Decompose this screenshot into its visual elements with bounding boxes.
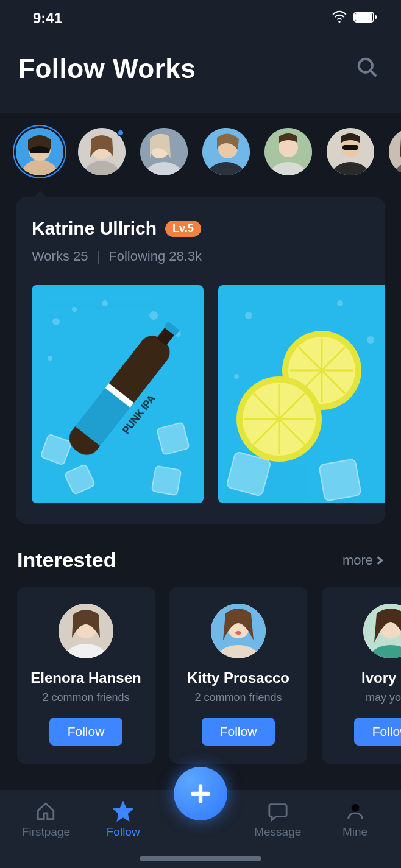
- svg-rect-2: [355, 13, 372, 21]
- tab-label: Message: [254, 825, 301, 839]
- works-strip[interactable]: PUNK IPA: [32, 285, 385, 503]
- home-icon: [35, 801, 56, 822]
- user-icon: [345, 801, 366, 822]
- svg-line-5: [371, 71, 377, 77]
- work-thumbnail[interactable]: [218, 285, 385, 503]
- interested-sub: 2 common friends: [42, 691, 129, 704]
- svg-point-56: [245, 312, 252, 319]
- avatar: [211, 604, 266, 658]
- avatar: [363, 604, 401, 658]
- story-strip[interactable]: [0, 113, 401, 190]
- section-title: Interested: [17, 548, 116, 572]
- status-icons: [332, 9, 378, 27]
- work-thumbnail[interactable]: PUNK IPA: [32, 285, 204, 503]
- interested-name: Ivory Ku: [361, 669, 401, 686]
- svg-point-43: [102, 300, 108, 306]
- more-label: more: [342, 552, 373, 568]
- svg-rect-55: [319, 459, 361, 501]
- home-indicator: [140, 856, 261, 861]
- svg-point-44: [149, 311, 158, 320]
- chevron-right-icon: [375, 556, 384, 565]
- wifi-icon: [332, 9, 347, 27]
- status-bar: 9:41: [0, 0, 401, 37]
- svg-point-59: [234, 374, 239, 379]
- tab-mine[interactable]: Mine: [322, 801, 389, 839]
- following-count: Following 28.3k: [108, 249, 202, 264]
- interested-card[interactable]: Elenora Hansen 2 common friends Follow: [17, 587, 155, 764]
- featured-user-card: Katrine Ullrich Lv.5 Works 25 | Followin…: [16, 197, 385, 524]
- battery-icon: [353, 11, 378, 26]
- star-icon: [113, 801, 133, 822]
- featured-user-name[interactable]: Katrine Ullrich: [32, 218, 157, 239]
- tab-label: Firstpage: [22, 825, 70, 839]
- level-badge: Lv.5: [165, 221, 201, 237]
- story-avatar[interactable]: [16, 128, 63, 175]
- avatar: [59, 604, 113, 658]
- story-avatar[interactable]: [202, 128, 250, 175]
- interested-sub: 2 common friends: [194, 691, 282, 704]
- interested-strip[interactable]: Elenora Hansen 2 common friends Follow K…: [0, 587, 401, 764]
- divider: |: [97, 249, 101, 264]
- follow-button[interactable]: Follow: [49, 718, 123, 746]
- svg-rect-40: [152, 466, 182, 496]
- interested-card[interactable]: Ivory Ku may you k Follow: [322, 587, 401, 764]
- works-count: Works 25: [32, 249, 88, 264]
- svg-point-0: [338, 21, 340, 23]
- follow-button[interactable]: Follow: [202, 718, 275, 746]
- svg-rect-31: [342, 145, 358, 150]
- svg-point-87: [351, 804, 359, 812]
- story-avatar[interactable]: [264, 128, 312, 175]
- status-time: 9:41: [33, 10, 62, 27]
- story-avatar[interactable]: [389, 128, 401, 175]
- svg-point-41: [52, 318, 60, 325]
- interested-card[interactable]: Kitty Prosacco 2 common friends Follow: [169, 587, 307, 764]
- story-avatar[interactable]: [78, 128, 126, 175]
- svg-point-80: [235, 631, 241, 635]
- story-avatar[interactable]: [327, 128, 374, 175]
- interested-header: Interested more: [0, 548, 401, 587]
- add-button[interactable]: [174, 767, 227, 820]
- tab-firstpage[interactable]: Firstpage: [12, 801, 79, 839]
- page-header: Follow Works: [0, 37, 401, 113]
- svg-point-57: [337, 300, 343, 306]
- new-indicator-dot: [117, 129, 124, 136]
- svg-rect-3: [375, 15, 377, 19]
- tab-label: Mine: [342, 825, 367, 839]
- search-button[interactable]: [356, 56, 379, 82]
- story-avatar[interactable]: [140, 128, 188, 175]
- interested-name: Elenora Hansen: [30, 669, 141, 686]
- plus-icon: [189, 782, 212, 805]
- svg-point-4: [359, 59, 372, 72]
- page-title: Follow Works: [18, 54, 196, 84]
- tab-follow[interactable]: Follow: [90, 801, 157, 839]
- svg-point-58: [367, 336, 374, 344]
- svg-point-46: [48, 356, 52, 361]
- card-pointer: [34, 190, 46, 197]
- follow-button[interactable]: Follow: [354, 718, 401, 746]
- tab-label: Follow: [107, 825, 140, 839]
- message-icon: [268, 801, 288, 822]
- tab-message[interactable]: Message: [244, 801, 311, 839]
- interested-name: Kitty Prosacco: [187, 669, 289, 686]
- svg-point-42: [72, 307, 77, 312]
- search-icon: [356, 56, 379, 79]
- interested-sub: may you k: [366, 691, 401, 704]
- more-link[interactable]: more: [342, 552, 384, 568]
